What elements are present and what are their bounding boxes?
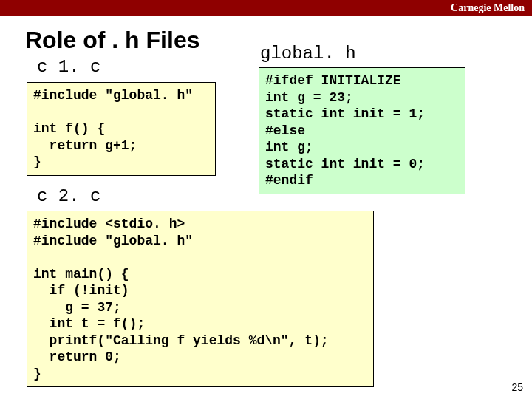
file-label-c1: c 1. c	[37, 57, 100, 77]
institution-label: Carnegie Mellon	[451, 2, 525, 14]
code-box-c2: #include <stdio. h> #include "global. h"…	[27, 211, 374, 387]
code-box-c1: #include "global. h" int f() { return g+…	[27, 82, 216, 176]
code-box-globalh: #ifdef INITIALIZE int g = 23; static int…	[259, 67, 466, 194]
file-label-globalh: global. h	[260, 44, 356, 64]
page-number: 25	[511, 381, 523, 393]
file-label-c2: c 2. c	[37, 186, 100, 206]
header-bar: Carnegie Mellon	[0, 0, 532, 16]
slide: Carnegie Mellon Role of . h Files c 1. c…	[0, 0, 532, 399]
